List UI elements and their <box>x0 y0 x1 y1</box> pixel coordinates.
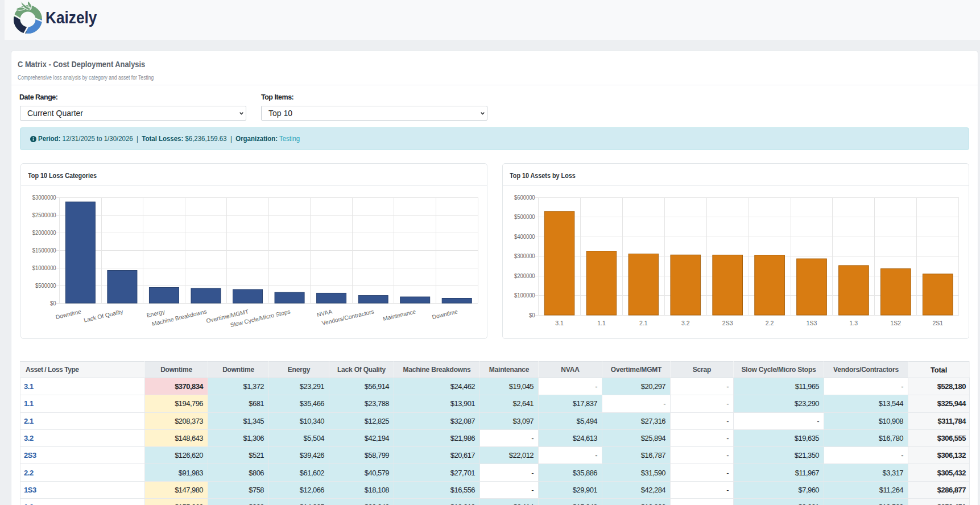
svg-text:$300000: $300000 <box>514 252 535 259</box>
svg-text:$0: $0 <box>50 300 56 307</box>
svg-text:2.1: 2.1 <box>639 320 648 326</box>
svg-text:$100000: $100000 <box>514 292 535 299</box>
svg-text:$500000: $500000 <box>514 213 535 220</box>
svg-text:3.1: 3.1 <box>555 320 564 326</box>
svg-text:$200000: $200000 <box>514 272 535 279</box>
svg-text:$1500000: $1500000 <box>32 247 56 254</box>
svg-text:Downtime: Downtime <box>55 308 82 320</box>
svg-text:1S2: 1S2 <box>890 320 901 326</box>
svg-text:Maintenance: Maintenance <box>382 308 416 322</box>
svg-text:Energy: Energy <box>146 308 166 318</box>
svg-text:1.1: 1.1 <box>597 320 606 326</box>
svg-text:1.3: 1.3 <box>850 320 858 326</box>
svg-text:2S1: 2S1 <box>932 320 943 326</box>
svg-text:$3000000: $3000000 <box>32 194 56 201</box>
svg-text:$500000: $500000 <box>35 282 56 289</box>
svg-text:$0: $0 <box>529 312 535 318</box>
svg-text:Downtime: Downtime <box>432 308 458 320</box>
svg-text:$400000: $400000 <box>514 233 535 240</box>
svg-text:1S3: 1S3 <box>807 320 817 326</box>
svg-text:$1000000: $1000000 <box>32 264 56 271</box>
svg-text:Lack Of Quality: Lack Of Quality <box>83 308 124 324</box>
svg-text:2S3: 2S3 <box>722 320 733 326</box>
svg-text:$2000000: $2000000 <box>32 229 56 236</box>
svg-text:NVAA: NVAA <box>316 308 333 318</box>
svg-text:$2500000: $2500000 <box>32 212 56 218</box>
svg-text:3.2: 3.2 <box>681 320 690 326</box>
svg-text:2.2: 2.2 <box>766 320 774 326</box>
svg-text:$600000: $600000 <box>514 194 535 201</box>
